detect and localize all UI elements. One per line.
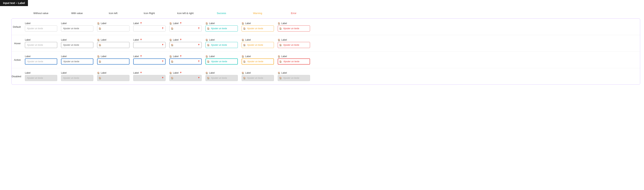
input-hover-icon-right[interactable] bbox=[133, 42, 166, 48]
label-disabled-success: 🏠 Label bbox=[206, 72, 238, 74]
label-default-success: 🏠 Label bbox=[206, 22, 238, 25]
input-active-with-value[interactable] bbox=[61, 58, 93, 64]
wrapper-active-error: 🏠 bbox=[278, 58, 310, 64]
house-icon-error: 🏠 bbox=[278, 22, 280, 25]
wrapper-hover-with-value bbox=[61, 42, 93, 48]
input-hover-success[interactable] bbox=[206, 42, 238, 48]
cell-hover-with-value: Label bbox=[59, 38, 95, 48]
input-default-icon-right[interactable] bbox=[133, 25, 166, 31]
house-icon: 🏠 bbox=[97, 22, 100, 25]
wrapper-disabled-icon-left: 🏠 bbox=[97, 75, 130, 81]
house-icon-disabled-success: 🏠 bbox=[206, 72, 208, 74]
cell-default-icon-right: Label 📍 📍 bbox=[131, 22, 168, 31]
label-active-warning: 🏠 Label bbox=[242, 55, 274, 58]
label-disabled-icon-lr: 🏠 Label 📍 bbox=[169, 72, 202, 74]
input-disabled-error bbox=[278, 75, 310, 81]
input-active-error[interactable] bbox=[278, 58, 310, 64]
input-hover-warning[interactable] bbox=[242, 42, 274, 48]
input-hover-without-value[interactable] bbox=[25, 42, 57, 48]
house-icon-hover-warning: 🏠 bbox=[242, 39, 244, 41]
col-header-success: Success bbox=[204, 10, 240, 16]
label-active-with-value: Label bbox=[61, 55, 93, 58]
page-title: Input text – Label bbox=[0, 0, 28, 6]
row-default: Default Label Label 🏠 Label bbox=[12, 19, 640, 35]
wrapper-disabled-with-value bbox=[61, 75, 93, 81]
wrapper-default-icon-lr: 🏠 📍 bbox=[169, 25, 202, 31]
input-hover-icon-left[interactable] bbox=[97, 42, 130, 48]
input-default-warning[interactable] bbox=[242, 25, 274, 31]
input-hover-icon-lr[interactable] bbox=[169, 42, 202, 48]
label-active-icon-right: Label 📍 bbox=[133, 55, 166, 58]
input-active-icon-left[interactable] bbox=[97, 58, 130, 64]
pin-icon-label: 📍 bbox=[140, 22, 142, 25]
cell-disabled-icon-lr: 🏠 Label 📍 🏠 📍 bbox=[168, 72, 204, 81]
label-default-icon-lr: 🏠 Label 📍 bbox=[169, 22, 202, 25]
cell-default-icon-lr: 🏠 Label 📍 🏠 📍 bbox=[168, 22, 204, 31]
cell-hover-warning: 🏠 Label 🏠 bbox=[240, 38, 276, 48]
cell-disabled-with-value: Label bbox=[59, 72, 95, 81]
pin-icon-active-lr: 📍 bbox=[180, 55, 182, 58]
house-icon-hover-success: 🏠 bbox=[206, 39, 208, 41]
row-label-hover: Hover bbox=[12, 42, 23, 45]
cell-active-warning: 🏠 Label 🏠 bbox=[240, 55, 276, 64]
house-icon-hover-error: 🏠 bbox=[278, 39, 280, 41]
label-hover-success: 🏠 Label bbox=[206, 38, 238, 41]
input-default-with-value[interactable] bbox=[61, 25, 93, 31]
label-hover-icon-right: Label 📍 bbox=[133, 38, 166, 41]
pin-icon-hover-lr: 📍 bbox=[180, 39, 182, 41]
cell-active-without-value: Label bbox=[23, 55, 59, 64]
wrapper-default-error: 🏠 bbox=[278, 25, 310, 31]
column-headers: Without value With value Icon left Icon … bbox=[12, 10, 644, 16]
input-disabled-icon-right bbox=[133, 75, 166, 81]
input-hover-error[interactable] bbox=[278, 42, 310, 48]
input-default-success[interactable] bbox=[206, 25, 238, 31]
input-active-without-value[interactable] bbox=[25, 58, 57, 64]
label-hover-icon-left: 🏠 Label bbox=[97, 38, 130, 41]
house-icon-active-lr: 🏠 bbox=[169, 55, 172, 58]
wrapper-hover-icon-lr: 🏠 📍 bbox=[169, 42, 202, 48]
col-header-icon-left-right: Icon left & right bbox=[167, 10, 204, 16]
pin-icon-active: 📍 bbox=[140, 55, 142, 58]
wrapper-active-icon-left: 🏠 bbox=[97, 58, 130, 64]
house-icon-disabled-error: 🏠 bbox=[278, 72, 280, 74]
input-active-success[interactable] bbox=[206, 58, 238, 64]
wrapper-disabled-warning: 🏠 bbox=[242, 75, 274, 81]
cell-default-success: 🏠 Label 🏠 bbox=[204, 22, 240, 31]
pin-icon-hover: 📍 bbox=[140, 39, 142, 41]
wrapper-active-success: 🏠 bbox=[206, 58, 238, 64]
wrapper-default-warning: 🏠 bbox=[242, 25, 274, 31]
input-active-icon-lr[interactable] bbox=[169, 58, 202, 64]
wrapper-hover-error: 🏠 bbox=[278, 42, 310, 48]
wrapper-hover-warning: 🏠 bbox=[242, 42, 274, 48]
house-icon-active-warning: 🏠 bbox=[242, 55, 244, 58]
label-disabled-without-value: Label bbox=[25, 72, 57, 74]
wrapper-default-icon-left: 🏠 bbox=[97, 25, 130, 31]
input-default-error[interactable] bbox=[278, 25, 310, 31]
label-hover-error: 🏠 Label bbox=[278, 38, 310, 41]
input-default-icon-lr[interactable] bbox=[169, 25, 202, 31]
wrapper-hover-icon-left: 🏠 bbox=[97, 42, 130, 48]
row-disabled: Disabled Label Label 🏠 Label � bbox=[12, 68, 640, 84]
label-disabled-error: 🏠 Label bbox=[278, 72, 310, 74]
cell-hover-icon-left: 🏠 Label 🏠 bbox=[95, 38, 131, 48]
wrapper-active-with-value bbox=[61, 58, 93, 64]
input-default-without-value[interactable] bbox=[25, 25, 57, 31]
cell-disabled-warning: 🏠 Label 🏠 bbox=[240, 72, 276, 81]
wrapper-active-warning: 🏠 bbox=[242, 58, 274, 64]
input-default-icon-left[interactable] bbox=[97, 25, 130, 31]
cell-active-icon-right: Label 📍 📍 bbox=[131, 55, 168, 64]
input-active-warning[interactable] bbox=[242, 58, 274, 64]
wrapper-hover-icon-right: 📍 bbox=[133, 42, 166, 48]
rows-container: Default Label Label 🏠 Label bbox=[12, 18, 640, 85]
house-icon-lr: 🏠 bbox=[169, 22, 172, 25]
input-hover-with-value[interactable] bbox=[61, 42, 93, 48]
main-container: Without value With value Icon left Icon … bbox=[0, 6, 644, 88]
input-disabled-icon-lr bbox=[169, 75, 202, 81]
cell-active-error: 🏠 Label 🏠 bbox=[276, 55, 312, 64]
cell-default-error: 🏠 Label 🏠 bbox=[276, 22, 312, 31]
label-disabled-icon-right: Label 📍 bbox=[133, 72, 166, 74]
label-disabled-with-value: Label bbox=[61, 72, 93, 74]
wrapper-disabled-success: 🏠 bbox=[206, 75, 238, 81]
input-active-icon-right[interactable] bbox=[133, 58, 166, 64]
input-disabled-with-value bbox=[61, 75, 93, 81]
